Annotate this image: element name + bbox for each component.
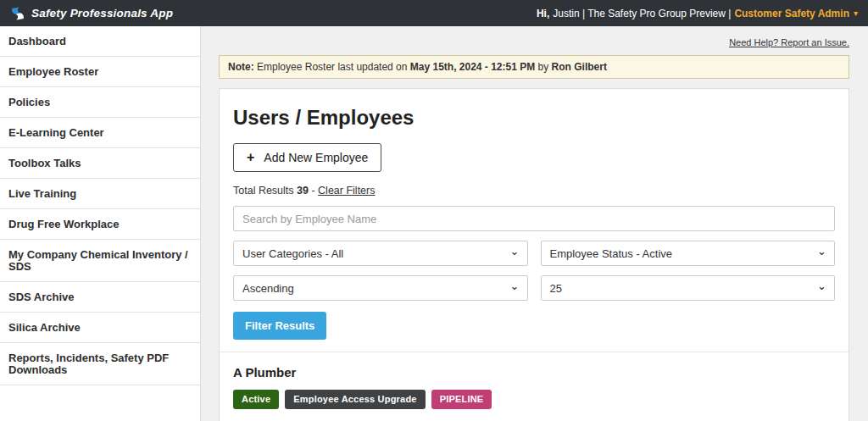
plus-icon: + <box>247 152 254 163</box>
filter-row-1: User Categories - All ⌄ Employee Status … <box>233 241 835 266</box>
sidebar-item-employee-roster[interactable]: Employee Roster <box>0 57 200 87</box>
chevron-down-icon: ⌄ <box>510 245 520 258</box>
sidebar-nav: Dashboard Employee Roster Policies E-Lea… <box>0 26 201 421</box>
sidebar-item-dashboard[interactable]: Dashboard <box>0 26 200 57</box>
sidebar-item-silica-archive[interactable]: Silica Archive <box>0 313 200 343</box>
add-new-employee-button[interactable]: + Add New Employee <box>233 143 381 172</box>
sidebar-item-chemical-inventory[interactable]: My Company Chemical Inventory / SDS <box>0 240 200 282</box>
sidebar-item-elearning-center[interactable]: E-Learning Center <box>0 118 200 148</box>
sidebar-item-drug-free-workplace[interactable]: Drug Free Workplace <box>0 209 200 240</box>
employee-badges: Active Employee Access Upgrade PIPELINE <box>233 390 835 409</box>
app-brand: Safety Professionals App <box>10 6 173 21</box>
need-help-link[interactable]: Need Help? Report an Issue. <box>729 37 849 47</box>
employee-name: A Plumber <box>233 365 835 379</box>
note-prefix: Note: <box>228 61 254 73</box>
note-author: Ron Gilbert <box>552 61 607 73</box>
total-results-separator: - <box>311 185 314 197</box>
note-text: Employee Roster last updated on <box>257 61 407 73</box>
clear-filters-link[interactable]: Clear Filters <box>318 185 375 197</box>
total-results-label: Total Results <box>233 185 294 197</box>
page-title: Users / Employees <box>233 106 835 130</box>
sort-order-select[interactable]: Ascending ⌄ <box>233 275 528 301</box>
app-logo-icon <box>10 6 25 21</box>
status-badge-active: Active <box>233 390 279 409</box>
employee-status-select[interactable]: Employee Status - Active ⌄ <box>541 241 836 266</box>
filter-results-button[interactable]: Filter Results <box>233 312 326 340</box>
chevron-down-icon: ⌄ <box>817 245 826 258</box>
sidebar-item-reports-downloads[interactable]: Reports, Incidents, Safety PDF Downloads <box>0 343 200 385</box>
note-date: May 15th, 2024 - 12:51 PM <box>410 61 535 73</box>
users-employees-card: Users / Employees + Add New Employee Tot… <box>219 88 849 421</box>
page-size-value: 25 <box>550 282 562 295</box>
sidebar-item-toolbox-talks[interactable]: Toolbox Talks <box>0 148 200 179</box>
add-new-employee-label: Add New Employee <box>264 151 368 164</box>
chevron-down-icon: ⌄ <box>510 280 520 292</box>
chevron-down-icon: ▾ <box>854 8 858 18</box>
help-row: Need Help? Report an Issue. <box>219 34 849 49</box>
user-account-menu[interactable]: Hi, Justin | The Safety Pro Group Previe… <box>537 8 858 19</box>
greeting-bold: Hi, <box>537 8 549 19</box>
user-categories-value: User Categories - All <box>242 247 343 260</box>
role-menu-label[interactable]: Customer Safety Admin <box>734 8 849 19</box>
results-divider <box>220 352 849 352</box>
main-content: Need Help? Report an Issue. Note: Employ… <box>201 26 868 421</box>
filter-row-2: Ascending ⌄ 25 ⌄ <box>233 275 835 301</box>
total-results-count: 39 <box>297 185 309 197</box>
chevron-down-icon: ⌄ <box>817 280 826 292</box>
total-results-row: Total Results 39 - Clear Filters <box>233 185 835 197</box>
badge-employee-access-upgrade: Employee Access Upgrade <box>285 390 425 409</box>
app-title: Safety Professionals App <box>31 7 173 19</box>
note-by: by <box>538 61 549 73</box>
employee-search-input[interactable] <box>233 206 835 231</box>
employee-status-value: Employee Status - Active <box>550 247 673 260</box>
topbar: Safety Professionals App Hi, Justin | Th… <box>0 0 868 26</box>
page-size-select[interactable]: 25 ⌄ <box>541 275 836 301</box>
sidebar-item-live-training[interactable]: Live Training <box>0 179 200 209</box>
sidebar-item-policies[interactable]: Policies <box>0 87 200 118</box>
sort-order-value: Ascending <box>242 282 294 295</box>
user-categories-select[interactable]: User Categories - All ⌄ <box>233 241 528 266</box>
badge-pipeline: PIPELINE <box>431 390 492 409</box>
note-banner: Note: Employee Roster last updated on Ma… <box>219 55 849 79</box>
employee-row: A Plumber Active Employee Access Upgrade… <box>233 365 835 421</box>
sidebar-item-sds-archive[interactable]: SDS Archive <box>0 282 200 313</box>
greeting-text: Justin | The Safety Pro Group Preview | <box>553 8 731 19</box>
